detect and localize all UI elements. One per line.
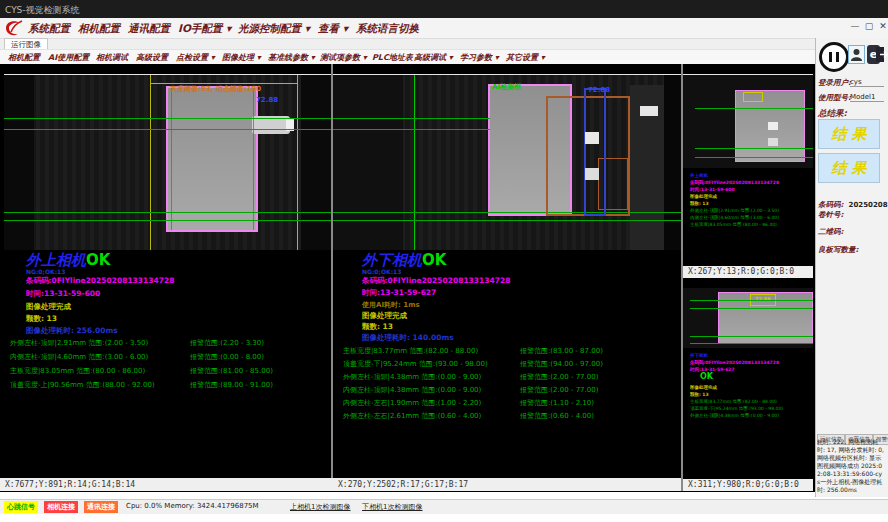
barcode-text: 条码码:0FIYline20250208133134728 [690, 179, 779, 186]
mini-result-block: 外上相机 条码码:0FIYline20250208133134728 时间:13… [690, 172, 779, 228]
login-user-value[interactable]: cys [850, 78, 884, 87]
scene-shadow [4, 75, 34, 250]
tool-baseline-param[interactable]: 基准线参数 ▾ [268, 52, 315, 63]
tool-advanced-set[interactable]: 高级设置 [136, 52, 168, 63]
tool-other-set[interactable]: 其它设置 ▾ [506, 52, 545, 63]
roi-box-blue [584, 88, 606, 216]
cpu-memory-text: Cpu: 0.0% Memory: 3424.41796875M [126, 502, 259, 510]
exit-button[interactable] [874, 45, 888, 64]
title-bar[interactable] [0, 0, 888, 18]
model-value[interactable]: Model1 [850, 93, 884, 102]
menu-view[interactable]: 查看 ▾ [318, 22, 348, 36]
measure-line [690, 336, 813, 337]
elapsed-text: 图像处理耗时: 256.00ms [26, 326, 118, 336]
camera-name: 外上相机 [26, 251, 86, 269]
measurement-alarm: 报警范围:(94.00 - 97.00) [520, 359, 603, 369]
menu-language-switch[interactable]: 系统语言切换 [356, 22, 419, 36]
menu-light-config[interactable]: 光源控制配置 ▾ [238, 22, 310, 36]
measurement-text: 顶盖宽度-上|90.56mm 范围:(88.00 - 92.00) [10, 380, 155, 390]
camera-name: 外下相机 [362, 251, 422, 269]
upper-camera-status[interactable]: 上相机1次检测图像 [290, 502, 350, 512]
measurement-text: 内侧左柱-左右|1.90mm 范围:(1.00 - 2.20) [343, 398, 481, 408]
right-bottom-pixel-readout: X:311;Y:980;R:0;G:0;B:0 [683, 479, 813, 491]
process-done-text: 图像处理完成 [26, 302, 71, 312]
count-text: 颗数: 13 [690, 200, 779, 207]
measurement-text: 主板宽度|83.77mm 范围:(82.00 - 88.00) [690, 398, 783, 405]
measurement-alarm: 报警范围:(81.00 - 85.00) [190, 366, 273, 376]
measurement-text: 内侧左柱-顶隙|4.38mm 范围:(0.00 - 9.00) [343, 385, 481, 395]
measure-line [333, 118, 490, 119]
tool-camera-debug[interactable]: 相机调试 [96, 52, 128, 63]
menu-camera-config[interactable]: 相机配置 [78, 22, 120, 36]
ai-time-text: 使用AI耗时: 1ms [362, 300, 420, 310]
barcode-value: 20250208 [849, 201, 888, 209]
heartbeat-badge: 心跳信号 [4, 501, 38, 513]
app-window: CYS-视觉检测系统 系统配置 相机配置 通讯配置 IO手配置 ▾ 光源控制配置… [0, 0, 888, 522]
menu-system-config[interactable]: 系统配置 [28, 22, 70, 36]
tool-advanced-debug[interactable]: 高级调试 ▾ [414, 52, 453, 63]
measure-line [171, 88, 172, 230]
user-button[interactable] [848, 45, 865, 64]
ref-line [414, 75, 415, 250]
middle-pixel-readout: X:270;Y:2502;R:17;G:17;B:17 [333, 478, 681, 491]
lower-camera-status[interactable]: 下相机1次检测图像 [362, 502, 422, 512]
menu-io-config[interactable]: IO手配置 ▾ [178, 22, 231, 36]
ng-ok-counter: NG:0;OK:13 [362, 268, 401, 275]
measurement-text: 顶盖宽度-下|95.24mm 范围:(93.00 - 98.00) [690, 405, 783, 412]
threshold-overlay: 灰度阈值:93, 动态阈值:100 [170, 84, 261, 94]
process-done-text: 图像处理完成 [690, 384, 783, 391]
run-log-text[interactable]: 耗时: 222, 网络检测耗时: 17, 网络分发耗时: 0, 网络视频分区耗时… [817, 438, 885, 494]
tool-plc-table[interactable]: PLC地址表 [372, 52, 413, 63]
measurement-alarm: 报警范围:(2.00 - 77.00) [520, 385, 598, 395]
close-button[interactable]: ✕ [876, 21, 888, 31]
pin-number-label: 卷针号: [818, 210, 844, 220]
scene-shadow [333, 75, 403, 250]
left-pixel-readout: X:7677;Y:891;R:14;G:14;B:14 [0, 478, 333, 491]
middle-camera-result: 外下相机OK [362, 250, 446, 270]
measurement-text: 外侧左柱-左右|2.61mm 范围:(0.60 - 4.00) [343, 411, 481, 421]
menu-comm-config[interactable]: 通讯配置 [128, 22, 170, 36]
measure-line [4, 220, 331, 221]
bright-spot [585, 168, 599, 180]
right-top-pixel-readout: X:267;Y:13;R:0;G:0;B:0 [683, 266, 813, 278]
ng-ok-counter: NG:0;OK:13 [26, 268, 65, 275]
measurement-text: 内侧左柱-顶隙|4.60mm 范围:(3.00 - 6.00) [690, 214, 779, 221]
tool-learn-param[interactable]: 学习参数 ▾ [460, 52, 499, 63]
measurement-text: 外侧左柱-顶隙|2.91mm 范围:(2.00 - 3.50) [10, 338, 148, 348]
measurement-text: 外侧左柱-顶隙|2.91mm 范围:(2.00 - 3.50) [690, 207, 779, 214]
tool-test-param[interactable]: 测试项参数 ▾ [320, 52, 367, 63]
score-overlay: 72.88 [755, 296, 771, 302]
count-text: 颗数: 13 [690, 391, 783, 398]
login-user-label: 登录用户: [818, 78, 851, 88]
tool-ai-config[interactable]: AI使用配置 [48, 52, 89, 63]
count-text: 颗数: 13 [362, 322, 393, 332]
roi-box-yellow [743, 92, 763, 102]
ok-status: OK [86, 251, 110, 269]
measurement-text: 外侧左柱-顶隙|4.38mm 范围:(0.00 - 9.00) [343, 372, 481, 382]
measure-line [4, 118, 331, 119]
minimize-button[interactable]: — [848, 21, 862, 31]
measure-line [695, 108, 813, 109]
mini-result-block: 外下相机 条码码:0FIYline20250208133134728 时间:13… [690, 352, 779, 373]
result-box-lower: 结 果 [818, 153, 880, 183]
tool-spotcheck-set[interactable]: 点检设置 ▾ [176, 52, 215, 63]
ai-box-label: AI检测框 [492, 82, 521, 92]
tool-camera-config[interactable]: 相机配置 [8, 52, 40, 63]
comm-connect-badge: 通讯连接 [84, 501, 118, 513]
pause-button[interactable] [819, 42, 849, 72]
process-done-text: 图像处理完成 [690, 193, 779, 200]
maximize-button[interactable]: ▢ [862, 21, 876, 31]
tool-image-process[interactable]: 图像处理 ▾ [222, 52, 261, 63]
user-icon [849, 46, 864, 63]
bright-spot [640, 106, 658, 116]
ok-status: OK [422, 251, 446, 269]
barcode-label: 条码码: [818, 200, 844, 209]
camera-name: 外下相机 [690, 352, 779, 359]
measurement-text: 顶盖宽度-下|95.24mm 范围:(93.00 - 98.00) [343, 359, 488, 369]
scene-shadow [301, 75, 331, 250]
model-label: 使用型号: [818, 93, 851, 103]
ok-status: OK [700, 372, 713, 381]
result-box-upper: 结 果 [818, 119, 880, 149]
measurement-alarm: 报警范围:(2.20 - 3.30) [190, 338, 264, 348]
count-text: 颗数: 13 [26, 314, 57, 324]
